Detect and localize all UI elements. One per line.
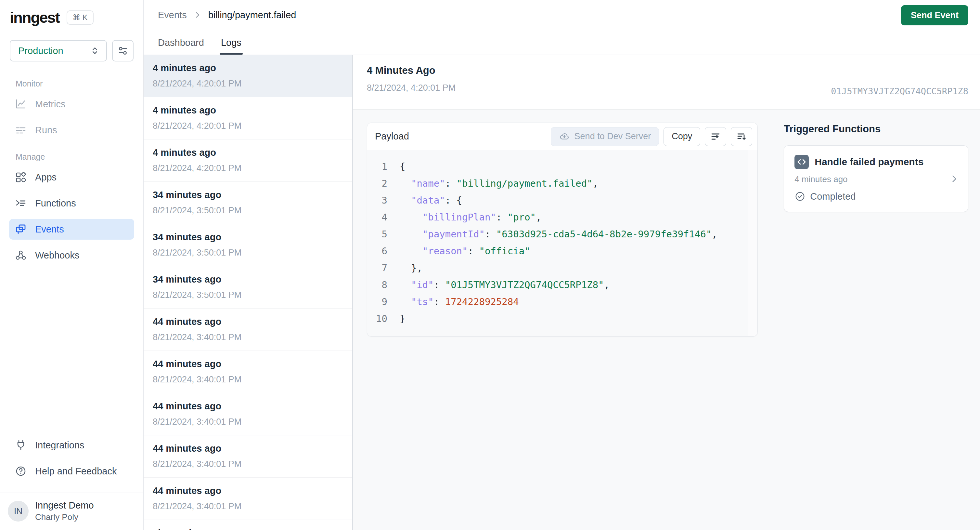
event-list-item[interactable]: 4 minutes ago8/21/2024, 4:20:01 PM: [144, 55, 352, 97]
event-list-item[interactable]: 4 minutes ago8/21/2024, 4:20:01 PM: [144, 139, 352, 182]
detail-header: 4 Minutes Ago 8/21/2024, 4:20:01 PM 01J5…: [353, 55, 980, 110]
send-event-button[interactable]: Send Event: [901, 5, 968, 26]
code-tokens: "data": {: [400, 192, 462, 209]
event-list-item[interactable]: about 1 hour ago: [144, 520, 352, 530]
scroll-to-bottom-button[interactable]: [731, 127, 752, 146]
event-item-timestamp: 8/21/2024, 3:40:01 PM: [153, 417, 344, 427]
triggered-functions-panel: Triggered Functions Handle failed paymen…: [784, 123, 968, 212]
sidebar-bottom: IntegrationsHelp and Feedback: [0, 435, 143, 487]
event-item-title: 44 minutes ago: [153, 401, 344, 412]
send-to-dev-server-label: Send to Dev Server: [574, 131, 651, 141]
metrics-icon: [15, 98, 27, 110]
functions-icon: [15, 197, 27, 209]
code-tokens: "paymentId": "6303d925-cda5-4d64-8b2e-99…: [400, 226, 718, 243]
sidebar-item-runs[interactable]: Runs: [9, 120, 134, 140]
tabs: DashboardLogs: [158, 37, 242, 54]
event-item-timestamp: 8/21/2024, 4:20:01 PM: [153, 79, 344, 89]
breadcrumb-chevron-icon: [193, 11, 202, 19]
help-icon: [15, 465, 27, 477]
code-tokens: },: [400, 259, 422, 276]
line-number: 3: [367, 192, 400, 209]
sidebar-item-webhooks[interactable]: Webhooks: [9, 245, 134, 266]
event-item-timestamp: 8/21/2024, 3:50:01 PM: [153, 206, 344, 216]
chevron-right-icon: [949, 174, 959, 184]
events-icon: [15, 223, 27, 235]
event-list-item[interactable]: 44 minutes ago8/21/2024, 3:40:01 PM: [144, 308, 352, 351]
event-item-title: 44 minutes ago: [153, 443, 344, 454]
copy-button[interactable]: Copy: [663, 127, 700, 146]
breadcrumb: Events billing/payment.failed: [144, 0, 980, 30]
code-line: 3 "data": {: [367, 192, 745, 209]
payload-card-header: Payload Send to Dev Server Copy: [367, 123, 757, 150]
environment-settings-button[interactable]: [112, 40, 134, 61]
word-wrap-button[interactable]: [705, 127, 726, 146]
event-list-item[interactable]: 44 minutes ago8/21/2024, 3:40:01 PM: [144, 478, 352, 520]
event-list-item[interactable]: 34 minutes ago8/21/2024, 3:50:01 PM: [144, 224, 352, 266]
code-line: 1{: [367, 158, 745, 175]
sidebar-item-apps[interactable]: Apps: [9, 167, 134, 188]
code-line: 10}: [367, 310, 745, 327]
line-number: 4: [367, 209, 400, 226]
code-scrollbar[interactable]: [748, 150, 757, 336]
code-line: 9 "ts": 1724228925284: [367, 293, 745, 310]
code-line: 7 },: [367, 259, 745, 276]
event-list-item[interactable]: 44 minutes ago8/21/2024, 3:40:01 PM: [144, 435, 352, 478]
code-tokens: "id": "01J5TMY3VJTZ2QG74QCC5RP1Z8",: [400, 276, 609, 293]
profile-name: Inngest Demo: [35, 500, 94, 511]
event-item-title: 4 minutes ago: [153, 105, 344, 116]
check-circle-icon: [794, 191, 805, 202]
tab-logs[interactable]: Logs: [221, 37, 242, 54]
function-status-label: Completed: [810, 191, 856, 202]
webhooks-icon: [15, 249, 27, 261]
event-item-title: about 1 hour ago: [153, 528, 344, 530]
environment-select[interactable]: Production: [10, 40, 107, 61]
code-tokens: "reason": "officia": [400, 243, 530, 259]
sidebar-nav: MonitorMetricsRunsManageAppsFunctionsEve…: [0, 67, 143, 271]
sidebar-item-integrations[interactable]: Integrations: [9, 435, 134, 455]
detail-panel: 4 Minutes Ago 8/21/2024, 4:20:01 PM 01J5…: [353, 55, 980, 530]
sidebar-item-metrics[interactable]: Metrics: [9, 94, 134, 115]
event-item-title: 34 minutes ago: [153, 274, 344, 285]
triggered-function-card[interactable]: Handle failed payments 4 minutes ago Com…: [784, 145, 968, 212]
breadcrumb-current: billing/payment.failed: [208, 10, 296, 21]
sidebar-item-label: Metrics: [35, 99, 65, 110]
event-list-item[interactable]: 4 minutes ago8/21/2024, 4:20:01 PM: [144, 97, 352, 139]
payload-title: Payload: [375, 131, 409, 142]
command-k-shortcut-badge[interactable]: ⌘ K: [67, 10, 94, 25]
event-list-item[interactable]: 34 minutes ago8/21/2024, 3:50:01 PM: [144, 266, 352, 308]
event-list: 4 minutes ago8/21/2024, 4:20:01 PM4 minu…: [144, 55, 353, 530]
chevron-up-down-icon: [90, 46, 100, 56]
function-title-row: Handle failed payments: [794, 155, 959, 169]
payload-card: Payload Send to Dev Server Copy: [367, 123, 758, 337]
breadcrumb-events-link[interactable]: Events: [158, 10, 187, 21]
event-item-timestamp: 8/21/2024, 3:40:01 PM: [153, 459, 344, 469]
payload-actions: Send to Dev Server Copy: [551, 127, 752, 146]
line-number: 6: [367, 243, 400, 259]
sidebar-item-label: Functions: [35, 198, 76, 209]
event-item-title: 44 minutes ago: [153, 485, 344, 496]
function-status: Completed: [794, 191, 959, 202]
send-to-dev-server-button[interactable]: Send to Dev Server: [551, 127, 659, 146]
sidebar-item-events[interactable]: Events: [9, 219, 134, 239]
app-window: inngest ⌘ K Production MonitorMetricsRun…: [0, 0, 980, 530]
sidebar-item-help-and-feedback[interactable]: Help and Feedback: [9, 461, 134, 482]
profile-subtitle: Charly Poly: [35, 512, 94, 522]
event-item-title: 4 minutes ago: [153, 147, 344, 158]
sidebar-item-label: Integrations: [35, 440, 84, 451]
runs-icon: [15, 124, 27, 136]
code-tokens: {: [400, 158, 405, 175]
event-item-timestamp: 8/21/2024, 3:40:01 PM: [153, 332, 344, 342]
event-list-item[interactable]: 34 minutes ago8/21/2024, 3:50:01 PM: [144, 182, 352, 224]
event-item-timestamp: 8/21/2024, 3:40:01 PM: [153, 501, 344, 511]
code-line: 4 "billingPlan": "pro",: [367, 209, 745, 226]
payload-code-area: 1{2 "name": "billing/payment.failed",3 "…: [367, 150, 757, 336]
event-list-item[interactable]: 44 minutes ago8/21/2024, 3:40:01 PM: [144, 351, 352, 393]
profile-menu[interactable]: IN Inngest Demo Charly Poly: [0, 493, 143, 530]
code-line: 6 "reason": "officia": [367, 243, 745, 259]
sidebar-item-functions[interactable]: Functions: [9, 193, 134, 214]
event-item-timestamp: 8/21/2024, 4:20:01 PM: [153, 163, 344, 173]
event-list-item[interactable]: 44 minutes ago8/21/2024, 3:40:01 PM: [144, 393, 352, 435]
tab-dashboard[interactable]: Dashboard: [158, 37, 204, 54]
sidebar-item-label: Webhooks: [35, 250, 80, 261]
integrations-icon: [15, 439, 27, 451]
